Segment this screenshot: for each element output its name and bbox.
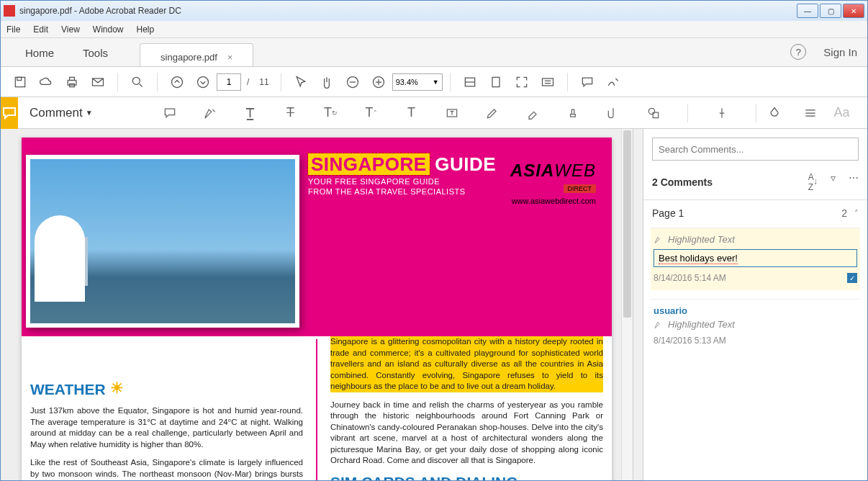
svg-rect-3	[70, 77, 75, 80]
page-total: 11	[259, 77, 268, 87]
scrollbar-thumb[interactable]	[623, 130, 631, 318]
main-toolbar: / 11 93.4%▼	[1, 67, 867, 97]
mail-icon[interactable]	[86, 70, 110, 94]
fit-page-icon[interactable]	[484, 70, 508, 94]
comment-timestamp: 8/14/2016 5:14 AM	[654, 273, 726, 283]
line-weight-icon[interactable]	[798, 101, 823, 125]
panel-resize-handle[interactable]	[633, 129, 643, 480]
tab-row: Home Tools singapore.pdf × ? Sign In	[1, 38, 867, 67]
comment-toolbar: Comment▼ T̲ T T↻ T˄ T Aa ✕	[1, 97, 867, 129]
page-group-header[interactable]: Page 1 2 ˄	[643, 200, 867, 223]
comment-author: usuario	[654, 305, 857, 316]
print-icon[interactable]	[60, 70, 84, 94]
tab-home[interactable]: Home	[11, 40, 68, 66]
sign-in-link[interactable]: Sign In	[823, 46, 857, 58]
eraser-tool-icon[interactable]	[520, 101, 545, 125]
underline-tool-icon[interactable]: T̲	[238, 101, 263, 125]
close-window-button[interactable]: ✕	[843, 4, 864, 18]
menu-window[interactable]: Window	[93, 24, 124, 35]
more-icon[interactable]: ⋯	[849, 172, 859, 192]
intro-para-highlighted: Singapore is a glittering cosmopolitan c…	[330, 336, 603, 392]
menu-help[interactable]: Help	[137, 24, 155, 35]
svg-rect-13	[542, 78, 553, 86]
weather-para-1: Just 137km above the Equator, Singapore …	[30, 405, 303, 450]
minimize-button[interactable]: —	[797, 4, 818, 18]
comment-checkbox[interactable]: ✓	[847, 273, 857, 283]
page-up-icon[interactable]	[165, 70, 189, 94]
comment-icon[interactable]	[575, 70, 600, 94]
sticky-note-icon[interactable]	[158, 101, 182, 125]
vertical-scrollbar[interactable]	[621, 129, 633, 480]
sign-icon[interactable]	[601, 70, 625, 94]
insert-text-icon[interactable]: T˄	[359, 101, 384, 125]
pencil-tool-icon[interactable]	[480, 101, 505, 125]
app-icon	[4, 5, 15, 17]
highlight-tool-icon[interactable]	[198, 101, 222, 125]
titlebar: singapore.pdf - Adobe Acrobat Reader DC …	[1, 1, 867, 21]
sort-icon[interactable]: AZ↓	[808, 172, 818, 192]
comment-dropdown[interactable]: Comment▼	[30, 106, 93, 120]
svg-point-15	[648, 108, 654, 114]
zoom-out-icon[interactable]	[340, 70, 365, 94]
save-icon[interactable]	[8, 70, 32, 94]
highlighted-text-label: Highlighted Text	[668, 319, 735, 330]
zoom-select[interactable]: 93.4%▼	[392, 73, 443, 91]
color-tool-icon[interactable]	[762, 101, 787, 125]
svg-rect-1	[17, 77, 22, 80]
filter-icon[interactable]: ▿	[831, 172, 836, 192]
comment-label-text: Comment	[30, 106, 83, 120]
textbox-icon[interactable]	[440, 101, 464, 125]
pdf-page: SINGAPORE GUIDE YOUR FREE SINGAPORE GUID…	[22, 138, 612, 480]
shapes-tool-icon[interactable]	[641, 101, 666, 125]
menubar: File Edit View Window Help	[1, 21, 867, 38]
svg-point-7	[172, 76, 183, 87]
fullscreen-icon[interactable]	[510, 70, 534, 94]
document-tab[interactable]: singapore.pdf ×	[140, 43, 253, 66]
zoom-in-icon[interactable]	[366, 70, 391, 94]
highlighted-text-row: Highlighted Text	[654, 319, 857, 330]
comment-timestamp: 8/14/2016 5:13 AM	[654, 336, 726, 346]
page-down-icon[interactable]	[191, 70, 215, 94]
doc-title-rest: GUIDE	[430, 153, 497, 175]
help-icon[interactable]: ?	[790, 44, 806, 60]
search-comments-input[interactable]	[652, 138, 859, 161]
fit-width-icon[interactable]	[458, 70, 482, 94]
doc-title-highlighted: SINGAPORE	[308, 153, 430, 175]
hand-tool-icon[interactable]	[315, 70, 339, 94]
brand-block: ASIAWEB DIRECT www.asiawebdirect.com	[510, 161, 596, 205]
document-tab-label: singapore.pdf	[161, 52, 217, 63]
tab-tools[interactable]: Tools	[68, 40, 122, 66]
stamp-tool-icon[interactable]	[561, 101, 585, 125]
sun-icon: ☀	[110, 379, 130, 400]
strikethrough-tool-icon[interactable]: T	[279, 101, 303, 125]
comment-item-active[interactable]: Highlighted Text Best holidays ever! 8/1…	[651, 228, 860, 290]
maximize-button[interactable]: ▢	[820, 4, 841, 18]
text-comment-icon[interactable]: T	[399, 101, 424, 125]
select-tool-icon[interactable]	[289, 70, 313, 94]
attach-tool-icon[interactable]	[601, 101, 625, 125]
document-viewport[interactable]: SINGAPORE GUIDE YOUR FREE SINGAPORE GUID…	[1, 129, 633, 480]
svg-point-8	[198, 76, 209, 87]
svg-rect-12	[492, 77, 499, 86]
font-size-icon[interactable]: Aa	[834, 105, 850, 120]
comment-mode-badge[interactable]	[1, 97, 18, 129]
replace-text-icon[interactable]: T↻	[319, 101, 343, 125]
menu-view[interactable]: View	[61, 24, 80, 35]
page-group-count: 2	[841, 207, 847, 219]
menu-file[interactable]: File	[6, 24, 20, 35]
read-mode-icon[interactable]	[535, 70, 560, 94]
search-icon[interactable]	[125, 70, 150, 94]
menu-edit[interactable]: Edit	[33, 24, 48, 35]
svg-rect-2	[68, 80, 76, 85]
comment-text-input[interactable]: Best holidays ever!	[654, 249, 857, 267]
page-number-input[interactable]	[217, 73, 241, 91]
page-group-label: Page 1	[652, 207, 684, 219]
comment-item[interactable]: usuario Highlighted Text 8/14/2016 5:13 …	[651, 299, 860, 353]
close-tab-icon[interactable]: ×	[227, 52, 233, 63]
sim-header: SIM CARDS AND DIALING PREFIXES	[330, 474, 603, 480]
cloud-icon[interactable]	[34, 70, 58, 94]
weather-para-2: Like the rest of Southeast Asia, Singapo…	[30, 457, 303, 480]
brand-part-2: WEB	[554, 161, 596, 180]
pin-tool-icon[interactable]	[710, 101, 734, 125]
weather-header: WEATHER☀	[30, 379, 303, 400]
